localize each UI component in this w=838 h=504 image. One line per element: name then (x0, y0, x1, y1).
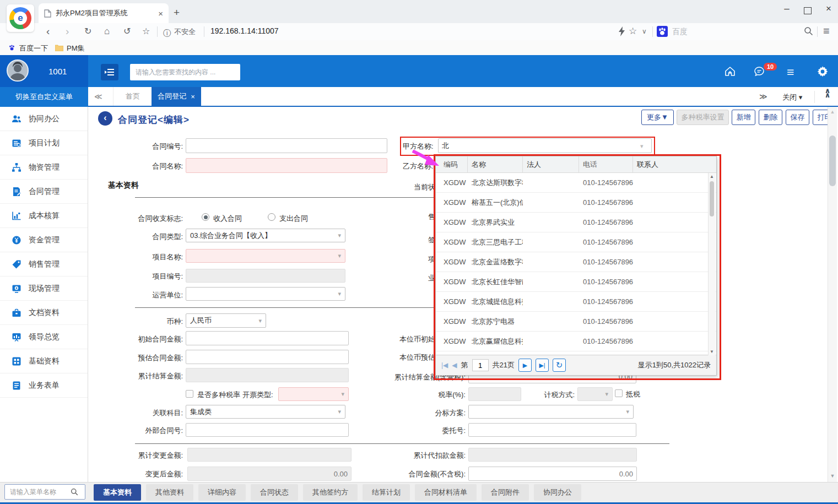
table-row[interactable]: XGDW 北京三思电子工程 010-124567896 (436, 232, 716, 252)
tab-contract-register[interactable]: 合同登记 × (152, 87, 201, 106)
search-icon[interactable] (804, 26, 813, 36)
deduct-checkbox[interactable] (615, 389, 623, 397)
browser-menu-icon[interactable]: ≡ (823, 24, 830, 38)
entrust-no-input[interactable] (468, 423, 636, 437)
info-icon[interactable]: ⓘ (163, 26, 171, 40)
bottom-tab-material-list[interactable]: 合同材料清单 (415, 484, 477, 501)
more-button[interactable]: 更多▼ (641, 110, 674, 125)
bid-plan-select[interactable]: ▾ (468, 405, 634, 419)
bottom-tab-collab[interactable]: 协同办公 (534, 484, 581, 501)
portal-home-icon[interactable] (724, 66, 736, 78)
refresh-button[interactable]: ↻ (553, 359, 566, 372)
sidebar-item-contracts[interactable]: 合同管理 (0, 180, 88, 204)
bottom-tab-settlement-plan[interactable]: 结算计划 (363, 484, 410, 501)
menu-search-box[interactable] (4, 484, 85, 500)
init-amount-input[interactable] (186, 331, 349, 345)
baidu-paw-icon[interactable] (657, 26, 668, 37)
table-row[interactable]: XGDW 北京长虹佳华智能 010-124567896 (436, 272, 716, 292)
table-row[interactable]: XGDW 北京界武实业 010-124567896 (436, 213, 716, 232)
income-radio[interactable] (202, 213, 209, 221)
address-url[interactable]: 192.168.1.14:11007 (210, 26, 279, 35)
scroll-up-icon[interactable]: ▲ (829, 109, 836, 115)
scroll-tabs-left-icon[interactable]: ≪ (94, 92, 102, 101)
contract-no-input[interactable] (186, 138, 387, 153)
forward-icon[interactable]: › (66, 24, 69, 39)
sidebar-item-sales[interactable]: 销售管理 (0, 252, 88, 277)
first-page-icon[interactable]: |◀ (441, 361, 448, 369)
reload-icon[interactable]: ↻ (84, 24, 91, 39)
back-icon[interactable]: ‹ (46, 24, 50, 39)
scrollbar-thumb[interactable] (829, 136, 836, 186)
switch-menu-button[interactable]: 切换至自定义菜单 (0, 87, 88, 107)
bookmark-pm-folder[interactable]: PM集 (67, 44, 85, 53)
bookmark-star-icon[interactable]: ☆ (629, 24, 637, 39)
op-unit-select[interactable]: ▾ (186, 287, 345, 301)
page-number-input[interactable] (472, 359, 489, 371)
ext-no-input[interactable] (186, 423, 349, 437)
apps-menu-icon[interactable]: ≡ (787, 65, 794, 80)
delete-button[interactable]: 删除 (759, 110, 782, 125)
bottom-tab-attachments[interactable]: 合同附件 (482, 484, 529, 501)
close-tabs-menu[interactable]: 关闭 ▾ (782, 93, 802, 102)
home-icon[interactable]: ⌂ (104, 24, 110, 39)
save-button[interactable]: 保存 (786, 110, 809, 125)
sidebar-item-documents[interactable]: 文档资料 (0, 301, 88, 325)
bottom-tab-details[interactable]: 详细内容 (198, 484, 246, 501)
sidebar-item-forms[interactable]: 业务表单 (0, 373, 88, 398)
col-legal[interactable]: 法人 (523, 156, 579, 172)
est-amount-input[interactable] (186, 350, 349, 364)
back-button[interactable]: ‹ (98, 111, 112, 126)
bookmark-baidu[interactable]: 百度一下 (19, 44, 48, 53)
tab-home[interactable]: 首页 (113, 87, 153, 106)
baidu-search-placeholder[interactable]: 百度 (672, 27, 688, 37)
party-a-input[interactable] (438, 138, 652, 153)
next-page-button[interactable]: ▶ (518, 359, 532, 372)
chevron-down-icon[interactable]: ▾ (640, 143, 644, 150)
sidebar-item-plan[interactable]: 项目计划 (0, 131, 88, 155)
lookup-scrollbar[interactable]: ▲ ▼ (708, 173, 716, 355)
add-button[interactable]: 新增 (732, 110, 755, 125)
contract-name-input[interactable] (186, 158, 387, 173)
table-row[interactable]: XGDW 北京金蓝络数字科 010-124567896 (436, 252, 716, 272)
multi-tax-checkbox[interactable] (186, 390, 193, 398)
tab-close-icon[interactable]: × (158, 9, 163, 18)
contract-type-select[interactable]: 03.综合业务合同【收入】 ▾ (186, 229, 345, 242)
prev-page-icon[interactable]: ◀ (452, 361, 457, 369)
col-phone[interactable]: 电话 (579, 156, 633, 172)
global-search-input[interactable] (130, 64, 240, 80)
amount-excl-input[interactable] (468, 467, 637, 481)
table-row[interactable]: XGDW 榕基五一(北京)信 010-124567896 (436, 193, 716, 213)
scroll-down-icon[interactable]: ▼ (709, 349, 715, 354)
session-restore-icon[interactable]: ↺ (123, 24, 131, 39)
sidebar-item-funds[interactable]: 资金管理 (0, 228, 88, 252)
table-row[interactable]: XGDW 北京城提信息科技 010-124567896 (436, 292, 716, 312)
bottom-tab-other-parties[interactable]: 其他签约方 (303, 484, 358, 501)
chevron-down-icon[interactable]: ∨ (642, 28, 647, 35)
project-name-select[interactable]: ▾ (186, 249, 345, 263)
main-scrollbar[interactable]: ▲ ▼ (828, 107, 837, 482)
table-row[interactable]: XGDW 北京苏宁电器 010-124567896 (436, 312, 716, 332)
window-maximize-button[interactable] (804, 7, 812, 14)
col-name[interactable]: 名称 (468, 156, 523, 172)
expense-radio[interactable] (268, 213, 275, 221)
bottom-tab-basic[interactable]: 基本资料 (94, 484, 141, 501)
browser-tab[interactable]: 邦永PM2项目管理系统 × (39, 3, 169, 23)
last-page-button[interactable]: ▶| (536, 359, 549, 372)
sidebar-item-collab[interactable]: 协同办公 (0, 107, 88, 131)
col-contact[interactable]: 联系人 (633, 156, 716, 172)
sidebar-item-overview[interactable]: 领导总览 (0, 325, 88, 349)
avatar[interactable] (7, 59, 29, 82)
favorite-star-icon[interactable]: ☆ (142, 24, 150, 39)
sidebar-item-site[interactable]: 现场管理 (0, 277, 88, 301)
sidebar-item-cost[interactable]: 成本核算 (0, 204, 88, 228)
sidebar-item-basedata[interactable]: 基础资料 (0, 349, 88, 373)
window-close-button[interactable]: × (820, 3, 837, 14)
gear-icon[interactable] (817, 66, 829, 78)
tab-close-icon[interactable]: × (191, 93, 195, 101)
lightning-icon[interactable] (618, 26, 625, 36)
sidebar-item-materials[interactable]: 物资管理 (0, 155, 88, 180)
table-row[interactable]: XGDW 北京赢耀信息科技 010-124567896 (436, 332, 716, 351)
table-row[interactable]: XGDW 北京达斯琪数字科 010-124567896 (436, 173, 716, 193)
invoice-type-select[interactable]: ▾ (278, 387, 349, 401)
rel-subject-select[interactable]: 集成类 ▾ (186, 405, 345, 419)
